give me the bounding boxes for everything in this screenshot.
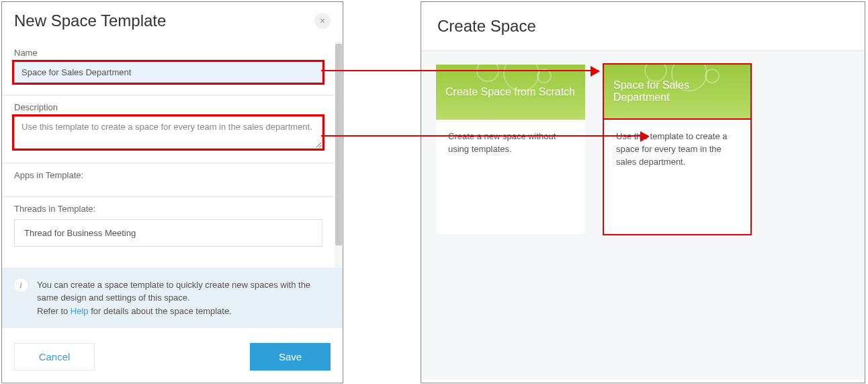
description-label: Description <box>14 102 322 112</box>
scroll-region: Name Description Apps in Template: Threa… <box>2 41 335 268</box>
card-sales-template[interactable]: Space for Sales Department Use this temp… <box>603 63 752 235</box>
card-header: Create Space from Scratch <box>436 65 585 120</box>
scrollbar-track[interactable] <box>335 41 343 268</box>
threads-label: Threads in Template: <box>14 204 322 214</box>
decoration-bubble-icon <box>705 69 720 83</box>
help-link[interactable]: Help <box>71 306 89 316</box>
apps-section: Apps in Template: <box>2 163 335 190</box>
info-text-tail: for details about the space template. <box>89 306 232 316</box>
description-section: Description <box>2 95 335 156</box>
dialog-footer: Cancel Save <box>2 328 343 383</box>
card-description: Create a new space without using templat… <box>436 120 585 174</box>
dialog-title: New Space Template <box>14 11 166 30</box>
card-description: Use this template to create a space for … <box>604 120 750 234</box>
cancel-button[interactable]: Cancel <box>14 343 95 371</box>
close-icon[interactable]: × <box>314 13 331 29</box>
info-text-refer: Refer to <box>37 306 71 316</box>
create-space-title: Create Space <box>421 2 865 50</box>
info-text: You can create a space template to quick… <box>37 278 331 318</box>
create-space-body: Create Space from Scratch Create a new s… <box>421 50 865 380</box>
annotation-arrow-name <box>321 70 599 71</box>
card-header: Space for Sales Department <box>604 65 750 120</box>
info-text-line1: You can create a space template to quick… <box>37 280 310 303</box>
scrollbar-thumb[interactable] <box>335 44 342 245</box>
dialog-header: New Space Template × <box>2 2 343 41</box>
dialog-body: Name Description Apps in Template: Threa… <box>2 41 343 268</box>
thread-item[interactable]: Thread for Business Meeting <box>14 219 322 247</box>
name-label: Name <box>14 48 322 58</box>
template-cards: Create Space from Scratch Create a new s… <box>436 65 850 234</box>
info-bar: i You can create a space template to qui… <box>2 268 343 329</box>
description-textarea[interactable] <box>14 116 322 149</box>
info-icon: i <box>14 278 28 292</box>
name-section: Name <box>2 41 335 88</box>
save-button[interactable]: Save <box>250 343 331 371</box>
annotation-arrow-description <box>321 135 648 137</box>
decoration-bubble-icon <box>476 65 499 82</box>
card-from-scratch[interactable]: Create Space from Scratch Create a new s… <box>436 65 585 234</box>
create-space-panel: Create Space Create Space from Scratch C… <box>421 1 865 383</box>
threads-section: Threads in Template: <box>2 197 335 219</box>
apps-label: Apps in Template: <box>14 170 322 180</box>
new-space-template-dialog: New Space Template × Name Description Ap… <box>1 1 343 383</box>
name-input[interactable] <box>14 62 322 83</box>
